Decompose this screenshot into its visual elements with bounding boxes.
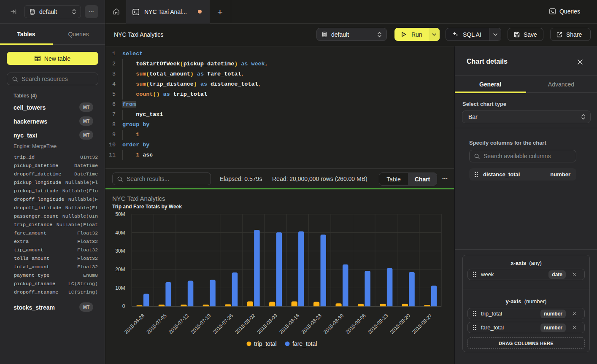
svg-text:2015-07-12: 2015-07-12 (167, 313, 190, 335)
svg-text:20M: 20M (115, 267, 125, 272)
svg-text:2015-09-20: 2015-09-20 (389, 313, 411, 335)
svg-text:2015-07-26: 2015-07-26 (212, 313, 235, 335)
svg-text:2015-06-28: 2015-06-28 (123, 313, 146, 335)
svg-text:2015-09-06: 2015-09-06 (345, 313, 367, 335)
svg-text:fare_total: fare_total (292, 340, 317, 347)
svg-text:0: 0 (122, 303, 125, 309)
svg-text:Trip and Fare Totals by Week: Trip and Fare Totals by Week (112, 204, 182, 210)
svg-text:2015-09-27: 2015-09-27 (411, 313, 434, 335)
svg-text:2015-07-19: 2015-07-19 (189, 313, 212, 335)
svg-text:2015-08-16: 2015-08-16 (278, 313, 301, 335)
svg-text:2015-07-05: 2015-07-05 (145, 313, 168, 335)
svg-text:2015-08-23: 2015-08-23 (300, 313, 323, 335)
svg-text:trip_total: trip_total (254, 340, 277, 347)
svg-text:2015-09-13: 2015-09-13 (367, 313, 389, 335)
svg-text:50M: 50M (115, 211, 125, 217)
svg-text:2015-08-09: 2015-08-09 (256, 313, 279, 335)
svg-text:10M: 10M (115, 285, 125, 291)
svg-text:2015-08-30: 2015-08-30 (322, 313, 345, 335)
svg-text:30M: 30M (115, 248, 125, 254)
svg-text:NYC Taxi Analytics: NYC Taxi Analytics (112, 195, 165, 202)
svg-text:2015-08-02: 2015-08-02 (234, 313, 257, 335)
svg-text:40M: 40M (115, 230, 125, 236)
